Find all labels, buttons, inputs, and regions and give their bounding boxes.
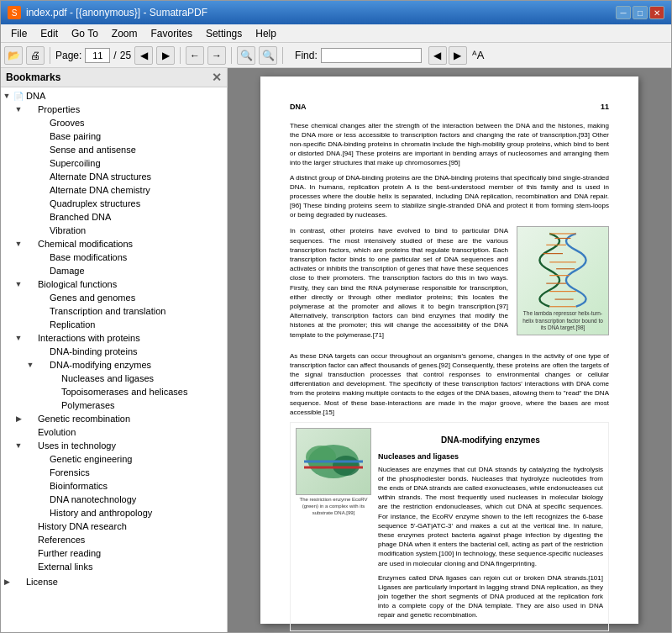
toggle-polymerases xyxy=(36,399,48,411)
tree-label-further-reading: Further reading xyxy=(36,548,101,558)
minimize-button[interactable]: ─ xyxy=(616,6,631,19)
doc-icon-genes-genomes xyxy=(36,292,48,303)
tree-item-dna-nano[interactable]: DNA nanotechnology xyxy=(1,493,227,506)
toolbar-separator-1 xyxy=(50,47,50,64)
tree-item-alternate-chem[interactable]: Alternate DNA chemistry xyxy=(1,183,227,197)
print-button[interactable]: 🖨 xyxy=(26,46,45,65)
menu-zoom[interactable]: Zoom xyxy=(105,26,144,41)
tree-label-quadruplex: Quadruplex structures xyxy=(48,198,140,208)
tree-item-dna-binding[interactable]: DNA-binding proteins xyxy=(1,345,227,358)
tree-item-history-anth[interactable]: History and anthropology xyxy=(1,506,227,520)
tree-label-grooves: Grooves xyxy=(48,118,85,128)
tree-item-further-reading[interactable]: Further reading xyxy=(1,546,227,560)
pdf-image-column: The lambda repressor helix-turn-helix tr… xyxy=(517,226,609,344)
find-prev-button[interactable]: ◀ xyxy=(428,46,447,65)
tree-item-license[interactable]: ▶ License xyxy=(1,575,227,588)
tree-item-genes-genomes[interactable]: Genes and genomes xyxy=(1,291,227,304)
tree-item-transcription[interactable]: Transcription and translation xyxy=(1,304,227,318)
zoom-in-button[interactable]: 🔍 xyxy=(259,46,277,65)
doc-icon-dna-binding xyxy=(36,346,48,357)
tree-item-external-links[interactable]: External links xyxy=(1,560,227,573)
main-area: Bookmarks ✕ ▼ 📄 DNA ▼ Properties xyxy=(1,68,671,632)
dna-helix-image: The lambda repressor helix-turn-helix tr… xyxy=(517,226,609,335)
dna-image-caption: The lambda repressor helix-turn-helix tr… xyxy=(521,310,605,331)
tree-item-evolution[interactable]: Evolution xyxy=(1,425,227,439)
doc-icon-dna-nano xyxy=(36,493,48,505)
page-input[interactable] xyxy=(85,48,110,63)
tree-item-dna[interactable]: ▼ 📄 DNA xyxy=(1,89,227,103)
menu-edit[interactable]: Edit xyxy=(34,26,65,41)
tree-label-bio-functions: Biological functions xyxy=(36,279,117,289)
pdf-viewer[interactable]: DNA 11 These chemical changes alter the … xyxy=(228,68,671,632)
tree-label-bioinformatics: Bioinformatics xyxy=(48,481,108,491)
tree-item-forensics[interactable]: Forensics xyxy=(1,466,227,479)
tree-item-nucleases[interactable]: Nucleases and ligases xyxy=(1,372,227,385)
forward-button[interactable]: → xyxy=(207,46,226,65)
tree-item-damage[interactable]: Damage xyxy=(1,264,227,277)
toggle-icon-bio-functions: ▼ xyxy=(13,278,24,290)
tree-item-history-dna[interactable]: History DNA research xyxy=(1,520,227,533)
find-navigation: ◀ ▶ ᴬA xyxy=(428,46,485,65)
svg-point-13 xyxy=(333,456,360,476)
menu-favorites[interactable]: Favorites xyxy=(144,26,199,41)
tree-item-properties[interactable]: ▼ Properties xyxy=(1,103,227,116)
close-button[interactable]: ✕ xyxy=(649,6,664,19)
toggle-base-mod xyxy=(24,251,36,263)
tree-item-base-pairing[interactable]: Base pairing xyxy=(1,129,227,143)
maximize-button[interactable]: □ xyxy=(633,6,648,19)
find-next-button[interactable]: ▶ xyxy=(449,46,467,65)
tree-item-references[interactable]: References xyxy=(1,533,227,546)
prev-page-button[interactable]: ◀ xyxy=(134,46,153,65)
tree-item-bio-functions[interactable]: ▼ Biological functions xyxy=(1,277,227,291)
doc-icon-sense-antisense xyxy=(36,144,48,156)
tree-item-genetic-eng[interactable]: Genetic engineering xyxy=(1,452,227,466)
title-bar: S index.pdf - [{anonymous}] - SumatraPDF… xyxy=(1,1,671,24)
find-input[interactable] xyxy=(321,48,422,63)
toggle-sense-antisense xyxy=(24,144,36,156)
bookmarks-tree[interactable]: ▼ 📄 DNA ▼ Properties Grooves xyxy=(1,87,227,632)
tree-item-topoisomerases[interactable]: Topoisomerases and helicases xyxy=(1,385,227,398)
tree-item-uses-tech[interactable]: ▼ Uses in technology xyxy=(1,439,227,452)
toggle-damage xyxy=(24,265,36,277)
tree-item-vibration[interactable]: Vibration xyxy=(1,224,227,237)
back-button[interactable]: ← xyxy=(186,46,204,65)
doc-icon-vibration xyxy=(36,224,48,236)
doc-icon-base-mod xyxy=(36,251,48,263)
doc-icon-polymerases xyxy=(48,399,60,411)
folder-icon-license xyxy=(13,576,24,588)
pdf-page: DNA 11 These chemical changes alter the … xyxy=(260,76,638,624)
menu-goto[interactable]: Go To xyxy=(65,26,105,41)
tree-item-supercoiling[interactable]: Supercoiling xyxy=(1,156,227,170)
toggle-icon-uses-tech: ▼ xyxy=(13,440,24,451)
tree-item-grooves[interactable]: Grooves xyxy=(1,116,227,129)
next-page-button[interactable]: ▶ xyxy=(156,46,175,65)
bookmarks-close-button[interactable]: ✕ xyxy=(212,71,222,84)
tree-item-branched-dna[interactable]: Branched DNA xyxy=(1,210,227,224)
open-button[interactable]: 📂 xyxy=(4,46,23,65)
tree-item-sense-antisense[interactable]: Sense and antisense xyxy=(1,143,227,156)
tree-item-alternate-dna[interactable]: Alternate DNA structures xyxy=(1,170,227,183)
menu-help[interactable]: Help xyxy=(249,26,283,41)
tree-item-replication[interactable]: Replication xyxy=(1,318,227,331)
tree-item-interactions[interactable]: ▼ Interactions with proteins xyxy=(1,331,227,345)
doc-icon-history-anth xyxy=(36,507,48,519)
menu-settings[interactable]: Settings xyxy=(199,26,249,41)
toggle-external-links xyxy=(13,561,24,572)
toggle-forensics xyxy=(24,467,36,478)
tree-item-bioinformatics[interactable]: Bioinformatics xyxy=(1,479,227,493)
zoom-out-button[interactable]: 🔍 xyxy=(237,46,255,65)
doc-icon-genetic-recomb xyxy=(24,413,36,425)
tree-item-quadruplex[interactable]: Quadruplex structures xyxy=(1,197,227,210)
tree-item-polymerases[interactable]: Polymerases xyxy=(1,398,227,412)
tree-item-dna-modifying[interactable]: ▼ DNA-modifying enzymes xyxy=(1,358,227,372)
toggle-replication xyxy=(24,319,36,330)
menu-file[interactable]: File xyxy=(4,26,34,41)
tree-item-base-mod[interactable]: Base modifications xyxy=(1,251,227,264)
toggle-nucleases xyxy=(36,372,48,384)
tree-item-chemical-mod[interactable]: ▼ Chemical modifications xyxy=(1,237,227,251)
tree-label-genetic-eng: Genetic engineering xyxy=(48,454,132,464)
nucleases-title: Nucleases and ligases xyxy=(378,451,603,462)
tree-item-genetic-recomb[interactable]: ▶ Genetic recombination xyxy=(1,412,227,425)
bookmarks-panel: Bookmarks ✕ ▼ 📄 DNA ▼ Properties xyxy=(1,68,228,632)
toggle-alternate-dna xyxy=(24,171,36,182)
